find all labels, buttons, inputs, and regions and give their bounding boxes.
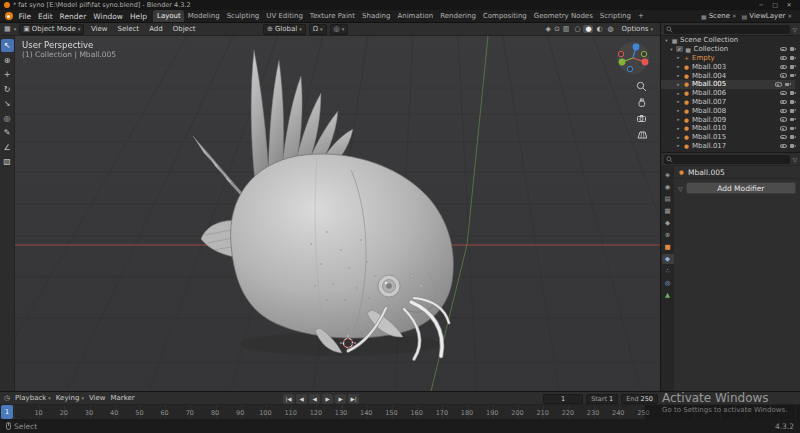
snap-dropdown[interactable]: Ω ▾ xyxy=(309,24,327,35)
hide-viewport-icon[interactable] xyxy=(780,91,787,96)
show-gizmo-icon[interactable]: ◈ xyxy=(546,25,551,33)
shading-rendered-icon[interactable]: ◍ xyxy=(605,25,615,33)
add-workspace-tab[interactable]: + xyxy=(634,10,647,22)
tab-scene[interactable]: ◆ xyxy=(662,218,674,228)
outliner-item-row-active[interactable]: ▸ ● Mball.005 xyxy=(661,80,795,89)
viewport-3d[interactable]: ↖ ⊕ + ↻ ↘ ◎ ✎ ∠ ▧ xyxy=(0,36,660,391)
hide-viewport-icon[interactable] xyxy=(780,144,787,149)
pan-hand-icon[interactable] xyxy=(636,97,647,108)
menu-render[interactable]: Render xyxy=(56,12,90,21)
toggle-xray-icon[interactable]: ▥ xyxy=(563,25,570,33)
tab-particles[interactable]: ∴ xyxy=(662,266,674,276)
tab-physics[interactable]: ◎ xyxy=(662,278,674,288)
tool-move[interactable]: + xyxy=(1,68,14,81)
tool-scale[interactable]: ↘ xyxy=(1,97,14,110)
tool-annotate[interactable]: ✎ xyxy=(1,126,14,139)
timeline-ruler[interactable]: 1020304050607080901001101201301401501601… xyxy=(0,405,800,420)
disable-render-icon[interactable] xyxy=(790,73,797,78)
expand-icon[interactable]: ▸ xyxy=(676,64,681,69)
expand-icon[interactable]: ▸ xyxy=(676,143,681,148)
menu-file[interactable]: File xyxy=(15,12,35,21)
workspace-tab-modeling[interactable]: Modeling xyxy=(184,10,223,22)
outliner-item-label[interactable]: Mball.010 xyxy=(692,124,726,132)
tool-cursor[interactable]: ⊕ xyxy=(1,54,14,67)
options-dropdown[interactable]: Options ▾ xyxy=(618,25,656,33)
disable-render-icon[interactable] xyxy=(790,99,797,104)
tool-measure[interactable]: ∠ xyxy=(1,141,14,154)
outliner-item-row[interactable]: ▸ ● Mball.004 xyxy=(661,71,800,80)
outliner-item-row[interactable]: ▸ ● Mball.007 xyxy=(661,98,800,107)
outliner-item-row[interactable]: ▸ + Empty xyxy=(661,54,800,63)
outliner-item-row[interactable]: ▸ ● Mball.010 xyxy=(661,124,800,133)
scene-unlink-icon[interactable]: ✕ xyxy=(732,13,737,19)
outliner-search-input[interactable] xyxy=(664,25,790,34)
outliner-item-row[interactable]: ▸ ● Mball.017 xyxy=(661,142,800,151)
play-reverse-button[interactable]: ◀ xyxy=(309,394,320,404)
hide-viewport-icon[interactable] xyxy=(780,73,787,78)
modifier-menu-icon[interactable]: ▽ xyxy=(678,185,683,192)
outliner-item-label[interactable]: Mball.003 xyxy=(692,63,726,71)
viewlayer-selector-label[interactable]: ViewLayer xyxy=(749,12,785,20)
workspace-tab-animation[interactable]: Animation xyxy=(394,10,437,22)
outliner-item-row[interactable]: ▸ ● Mball.003 xyxy=(661,62,800,71)
jump-end-button[interactable]: ▶| xyxy=(348,394,359,404)
outliner-item-label[interactable]: Mball.009 xyxy=(692,116,726,124)
navigation-gizmo[interactable] xyxy=(616,41,650,75)
workspace-tab-rendering[interactable]: Rendering xyxy=(437,10,480,22)
expand-icon[interactable]: ▸ xyxy=(676,99,681,104)
tab-tool[interactable]: ◈ xyxy=(662,170,674,180)
expand-icon[interactable]: ▾ xyxy=(669,47,674,52)
next-keyframe-button[interactable]: ▶ xyxy=(335,394,346,404)
hide-viewport-icon[interactable] xyxy=(780,135,787,140)
current-frame-field[interactable]: 1 xyxy=(543,394,583,404)
hide-viewport-icon[interactable] xyxy=(780,109,787,114)
start-frame-field[interactable]: Start1 xyxy=(586,394,618,404)
disable-render-icon[interactable] xyxy=(790,91,797,96)
workspace-tab-compositing[interactable]: Compositing xyxy=(479,10,530,22)
disable-render-icon[interactable] xyxy=(790,47,797,52)
mode-dropdown[interactable]: ▣ Object Mode ▾ xyxy=(19,24,84,35)
outliner-scene-collection-row[interactable]: ▾ ▦ Scene Collection xyxy=(661,36,800,45)
shading-material-icon[interactable]: ◐ xyxy=(594,25,604,33)
disable-render-icon[interactable] xyxy=(790,108,797,113)
outliner-item-label[interactable]: Mball.005 xyxy=(692,80,726,88)
maximize-button[interactable]: □ xyxy=(768,0,782,10)
outliner-item-label[interactable]: Mball.017 xyxy=(692,142,726,150)
menu-keying[interactable]: Keying▾ xyxy=(56,394,84,402)
outliner-item-label[interactable]: Mball.007 xyxy=(692,98,726,106)
play-button[interactable]: ▶ xyxy=(322,394,333,404)
expand-icon[interactable]: ▸ xyxy=(676,55,681,60)
shading-solid-icon[interactable]: ● xyxy=(583,25,593,33)
disable-render-icon[interactable] xyxy=(790,126,797,131)
outliner-collection-row[interactable]: ▾ ✓ ▦ Collection xyxy=(661,45,800,54)
tab-object[interactable]: ■ xyxy=(662,242,674,252)
disable-render-icon[interactable] xyxy=(790,55,797,60)
breadcrumb-object-name[interactable]: Mball.005 xyxy=(688,168,725,177)
outliner-item-row[interactable]: ▸ ● Mball.009 xyxy=(661,115,800,124)
hide-viewport-icon[interactable] xyxy=(775,82,782,87)
hide-viewport-icon[interactable] xyxy=(780,47,787,52)
tab-output[interactable]: ▤ xyxy=(662,194,674,204)
outliner-item-label[interactable]: Empty xyxy=(692,54,715,62)
filter-icon[interactable]: ▽ xyxy=(792,26,797,33)
editor-type-icon[interactable]: ▦ xyxy=(4,25,11,33)
outliner-item-row[interactable]: ▸ ● Mball.006 xyxy=(661,89,800,98)
menu-object[interactable]: Object xyxy=(169,25,199,33)
hide-viewport-icon[interactable] xyxy=(780,56,787,61)
expand-icon[interactable]: ▸ xyxy=(676,91,681,96)
filter-icon[interactable]: ▽ xyxy=(792,156,797,163)
fish-model[interactable] xyxy=(193,50,453,359)
timeline-playhead[interactable]: 1 xyxy=(1,405,13,419)
menu-playback[interactable]: Playback▾ xyxy=(15,394,51,402)
workspace-tab-uv-editing[interactable]: UV Editing xyxy=(263,10,307,22)
hide-viewport-icon[interactable] xyxy=(780,65,787,70)
shading-wireframe-icon[interactable]: ○ xyxy=(572,25,582,33)
titlebar[interactable]: * fat syno [E:\Model pilf\fat syno.blend… xyxy=(0,0,800,10)
proportional-editing-dropdown[interactable]: ◎ ▾ xyxy=(330,24,349,35)
outliner-item-label[interactable]: Mball.004 xyxy=(692,72,726,80)
collection-checkbox[interactable]: ✓ xyxy=(676,46,683,53)
workspace-tab-layout[interactable]: Layout xyxy=(153,10,184,22)
tool-rotate[interactable]: ↻ xyxy=(1,83,14,96)
blender-logo-icon[interactable] xyxy=(5,12,13,20)
expand-icon[interactable]: ▸ xyxy=(676,82,681,87)
